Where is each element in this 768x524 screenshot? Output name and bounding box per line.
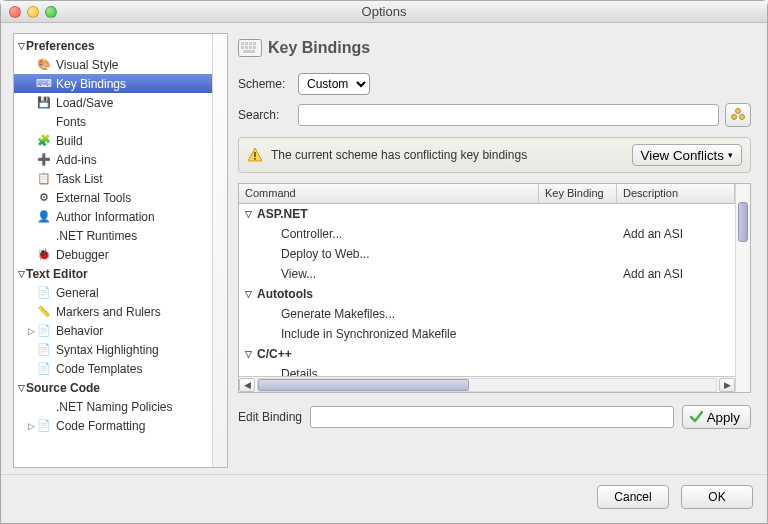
- tree-icon: [731, 108, 745, 122]
- panel-header: Key Bindings: [234, 33, 755, 69]
- tree-item[interactable]: ▷📄Code Formatting: [14, 416, 212, 435]
- col-description[interactable]: Description: [617, 184, 735, 203]
- edit-binding-input[interactable]: [310, 406, 674, 428]
- tree-item[interactable]: 👤Author Information: [14, 207, 212, 226]
- tree-item[interactable]: 📄Code Templates: [14, 359, 212, 378]
- tree-item[interactable]: 📄Syntax Highlighting: [14, 340, 212, 359]
- window-title: Options: [1, 4, 767, 19]
- apply-button[interactable]: Apply: [682, 405, 751, 429]
- floppy-icon: 💾: [36, 95, 52, 111]
- disclosure-triangle-icon: ▽: [16, 383, 26, 393]
- tree-item[interactable]: ⌨Key Bindings: [14, 74, 212, 93]
- sidebar-scrollbar[interactable]: [212, 34, 227, 467]
- tree-item-label: Task List: [56, 172, 103, 186]
- plus-green-icon: ➕: [36, 152, 52, 168]
- doc-icon: 📄: [36, 342, 52, 358]
- tree-item[interactable]: Fonts: [14, 112, 212, 131]
- table-group-row[interactable]: ▽ASP.NET: [239, 204, 735, 224]
- vscroll-thumb[interactable]: [738, 202, 748, 242]
- keyboard-icon: ⌨: [36, 76, 52, 92]
- blank-icon: [36, 114, 52, 130]
- command-label: Details...: [281, 367, 328, 376]
- scheme-select[interactable]: Custom: [298, 73, 370, 95]
- scroll-right-arrow[interactable]: ▶: [719, 378, 735, 392]
- table-header: Command Key Binding Description: [239, 184, 735, 204]
- tree-item-label: Code Templates: [56, 362, 143, 376]
- tree-item[interactable]: 🎨Visual Style: [14, 55, 212, 74]
- keyboard-icon: [238, 37, 262, 59]
- tree-item[interactable]: 📋Task List: [14, 169, 212, 188]
- tree-item-label: General: [56, 286, 99, 300]
- tree-item-label: External Tools: [56, 191, 131, 205]
- table-group-row[interactable]: ▽Autotools: [239, 284, 735, 304]
- tree-item[interactable]: ⚙External Tools: [14, 188, 212, 207]
- tree-item[interactable]: 📄General: [14, 283, 212, 302]
- table-row[interactable]: Include in Synchronized Makefile: [239, 324, 735, 344]
- table-row[interactable]: Details...: [239, 364, 735, 376]
- table-row[interactable]: Deploy to Web...: [239, 244, 735, 264]
- disclosure-triangle-icon: ▽: [245, 289, 257, 299]
- scroll-track[interactable]: [257, 378, 717, 392]
- notice-text: The current scheme has conflicting key b…: [271, 148, 624, 162]
- tree-category[interactable]: ▽Text Editor: [14, 264, 212, 283]
- doc-icon: 📄: [36, 323, 52, 339]
- edit-binding-row: Edit Binding Apply: [234, 397, 755, 433]
- vertical-scrollbar[interactable]: [735, 184, 750, 392]
- tree-item[interactable]: 💾Load/Save: [14, 93, 212, 112]
- scheme-label: Scheme:: [238, 77, 292, 91]
- tree-item[interactable]: 🐞Debugger: [14, 245, 212, 264]
- warning-icon: [247, 147, 263, 163]
- ok-button[interactable]: OK: [681, 485, 753, 509]
- search-input[interactable]: [298, 104, 719, 126]
- tree-item[interactable]: .NET Naming Policies: [14, 397, 212, 416]
- horizontal-scrollbar[interactable]: ◀ ▶: [239, 376, 735, 392]
- check-icon: [689, 410, 703, 424]
- svg-rect-15: [254, 158, 256, 160]
- main-panel: Key Bindings Scheme: Custom Search:: [234, 33, 755, 468]
- disclosure-triangle-icon: ▷: [26, 421, 36, 431]
- tree-item[interactable]: .NET Runtimes: [14, 226, 212, 245]
- tree-item[interactable]: 📏Markers and Rulers: [14, 302, 212, 321]
- tree-item-label: Visual Style: [56, 58, 118, 72]
- tree-category[interactable]: ▽Preferences: [14, 36, 212, 55]
- cancel-button[interactable]: Cancel: [597, 485, 669, 509]
- svg-rect-3: [249, 42, 252, 45]
- search-label: Search:: [238, 108, 292, 122]
- tree-item[interactable]: 🧩Build: [14, 131, 212, 150]
- col-command[interactable]: Command: [239, 184, 539, 203]
- checklist-icon: 📋: [36, 171, 52, 187]
- tree-category[interactable]: ▽Source Code: [14, 378, 212, 397]
- bug-icon: 🐞: [36, 247, 52, 263]
- description-value: Add an ASI: [623, 267, 683, 281]
- person-icon: 👤: [36, 209, 52, 225]
- dialog-footer: Cancel OK: [1, 474, 767, 523]
- table-body[interactable]: ▽ASP.NETController...Add an ASIDeploy to…: [239, 204, 735, 376]
- disclosure-triangle-icon: ▽: [245, 349, 257, 359]
- scroll-thumb[interactable]: [258, 379, 469, 391]
- tree-item-label: Syntax Highlighting: [56, 343, 159, 357]
- search-row: Search:: [234, 99, 755, 131]
- svg-rect-9: [243, 50, 255, 53]
- tree-item-label: Fonts: [56, 115, 86, 129]
- preferences-tree[interactable]: ▽Preferences🎨Visual Style⌨Key Bindings💾L…: [14, 34, 212, 467]
- table-row[interactable]: View...Add an ASI: [239, 264, 735, 284]
- category-label: Text Editor: [26, 267, 88, 281]
- col-keybinding[interactable]: Key Binding: [539, 184, 617, 203]
- description-value: Add an ASI: [623, 227, 683, 241]
- view-conflicts-button[interactable]: View Conflicts ▾: [632, 144, 742, 166]
- tree-item[interactable]: ▷📄Behavior: [14, 321, 212, 340]
- titlebar: Options: [1, 1, 767, 23]
- svg-rect-7: [249, 46, 252, 49]
- scroll-left-arrow[interactable]: ◀: [239, 378, 255, 392]
- table-row[interactable]: Controller...Add an ASI: [239, 224, 735, 244]
- table-group-row[interactable]: ▽C/C++: [239, 344, 735, 364]
- group-label: Autotools: [257, 287, 313, 301]
- window-body: ▽Preferences🎨Visual Style⌨Key Bindings💾L…: [1, 23, 767, 523]
- group-label: C/C++: [257, 347, 292, 361]
- svg-point-12: [740, 115, 745, 120]
- table-row[interactable]: Generate Makefiles...: [239, 304, 735, 324]
- search-action-button[interactable]: [725, 103, 751, 127]
- conflict-notice: The current scheme has conflicting key b…: [238, 137, 751, 173]
- tree-item[interactable]: ➕Add-ins: [14, 150, 212, 169]
- panel-title: Key Bindings: [268, 39, 370, 57]
